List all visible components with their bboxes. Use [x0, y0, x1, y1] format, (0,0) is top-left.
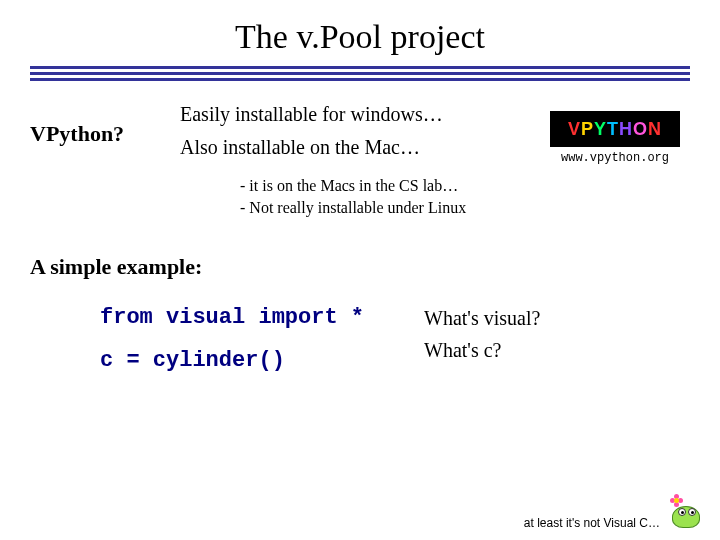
code-line-1: from visual import * [100, 300, 364, 335]
install-line-2: Also installable on the Mac… [180, 136, 540, 159]
footer-text: at least it's not Visual C… [524, 516, 660, 530]
question-1: What's visual? [424, 302, 540, 334]
example-heading: A simple example: [30, 254, 720, 280]
vpython-url: www.vpython.org [540, 151, 690, 165]
questions-block: What's visual? What's c? [424, 300, 540, 366]
install-notes: - it is on the Macs in the CS lab… - Not… [0, 175, 720, 218]
note-line-1: - it is on the Macs in the CS lab… [240, 175, 720, 197]
question-2: What's c? [424, 334, 540, 366]
slide-title: The v.Pool project [0, 0, 720, 66]
mascot-icon [668, 494, 704, 530]
logo-block: VPYTHON www.vpython.org [540, 103, 690, 165]
note-line-2: - Not really installable under Linux [240, 197, 720, 219]
install-line-1: Easily installable for windows… [180, 103, 540, 126]
code-block: from visual import * c = cylinder() [100, 300, 364, 378]
left-heading: VPython? [30, 103, 180, 147]
install-text: Easily installable for windows… Also ins… [180, 103, 540, 169]
code-line-2: c = cylinder() [100, 343, 364, 378]
title-underline [30, 66, 690, 81]
vpython-logo: VPYTHON [550, 111, 680, 147]
